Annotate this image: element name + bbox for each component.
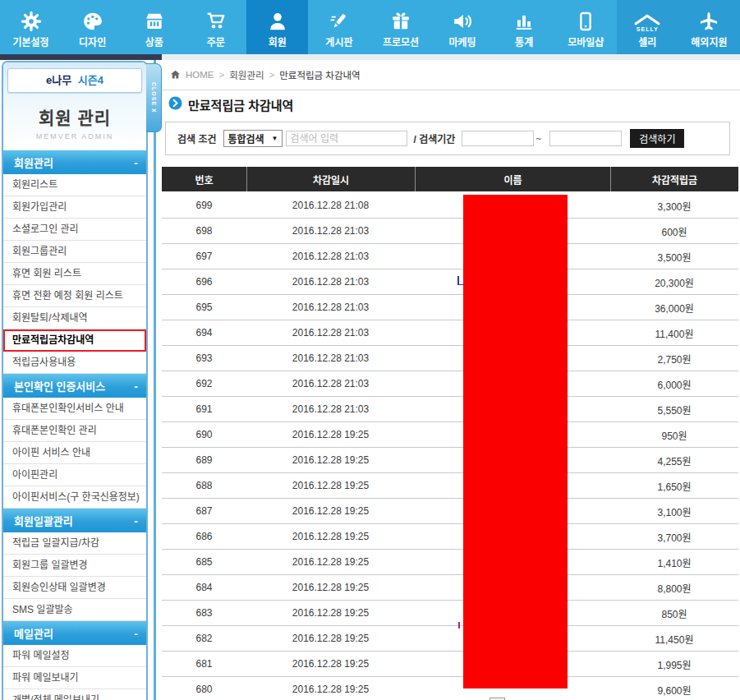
sidebar-menu-entry[interactable]: 휴대폰본인확인 관리: [3, 420, 146, 442]
search-period-end-input[interactable]: [549, 131, 622, 146]
overseas-icon: [698, 11, 719, 32]
cell-amount: 1,995원: [610, 652, 738, 676]
sidebar-menu-entry[interactable]: 메일관리 -: [3, 621, 146, 645]
sidebar-menu-entry[interactable]: 휴면 전환 예정 회원 리스트: [3, 285, 146, 307]
cell-amount: 11,450원: [610, 626, 738, 651]
nav-tab[interactable]: 상품: [123, 0, 185, 54]
sidebar-entry-label: 회원가입관리: [12, 201, 67, 213]
sidebar-menu-entry[interactable]: 회원리스트: [3, 174, 146, 196]
cell-amount: 3,500원: [610, 244, 738, 269]
sidebar-menu-entry[interactable]: 회원일괄관리 -: [3, 509, 146, 532]
member-icon: [267, 11, 288, 32]
cell-date: 2016.12.28 19:25: [246, 448, 415, 472]
nav-tab[interactable]: 기본설정: [0, 0, 62, 54]
sidebar-menu-entry[interactable]: SMS 일괄발송: [3, 599, 146, 621]
nav-tab[interactable]: 회원: [246, 0, 308, 54]
order-icon: [205, 11, 227, 32]
search-period-start-input[interactable]: [462, 131, 534, 146]
sidebar-menu-entry[interactable]: 휴면 회원 리스트: [3, 263, 146, 285]
sidebar-entry-label: 회원그룹관리: [12, 246, 67, 257]
column-header-date: 차감일시: [246, 167, 415, 191]
collapse-toggle-icon[interactable]: -: [134, 156, 138, 169]
table-row: 689 2016.12.28 19:25 4,255원: [162, 448, 738, 473]
sidebar-entry-label: 파워 메일보내기: [12, 672, 79, 684]
sidebar-menu-entry[interactable]: 회원승인상태 일괄변경: [3, 577, 146, 599]
nav-tab[interactable]: 게시판: [308, 0, 370, 54]
sidebar: CLOSE X e나무 시즌4 회원 관리 MEMVER ADMIN 회원관리 …: [0, 60, 162, 700]
breadcrumb-home[interactable]: HOME: [186, 70, 214, 80]
sidebar-menu-entry[interactable]: 적립금사용내용: [3, 352, 146, 374]
collapse-toggle-icon[interactable]: -: [134, 514, 138, 527]
sidebar-menu-entry[interactable]: 회원가입관리: [3, 196, 146, 219]
sidebar-menu-entry[interactable]: 소셜로그인 관리: [3, 219, 146, 241]
cell-no: 680: [162, 677, 246, 700]
sidebar-menu-entry[interactable]: 적립금 일괄지급/차감: [3, 532, 146, 555]
nav-tab[interactable]: 프로모션: [370, 0, 431, 54]
name-column-redaction-overlay: [463, 195, 568, 688]
cell-no: 683: [162, 601, 246, 625]
table-row: 691 2016.12.28 21:03 5,550원: [162, 397, 738, 422]
sidebar-menu-entry[interactable]: 만료적립금차감내역: [3, 329, 146, 352]
sidebar-menu-entry[interactable]: 아이핀서비스(구 한국신용정보): [3, 486, 146, 509]
cell-no: 692: [162, 371, 246, 396]
sidebar-top-strip: [0, 54, 162, 60]
page-title: 만료적립금 차감내역: [188, 96, 293, 113]
cell-date: 2016.12.28 21:03: [246, 244, 415, 269]
nav-tab-label: 프로모션: [383, 35, 419, 48]
search-submit-button[interactable]: 검색하기: [630, 129, 684, 148]
nav-tab[interactable]: 마케팅: [432, 0, 494, 54]
nav-tab[interactable]: 모바일샵: [555, 0, 617, 54]
breadcrumb-separator: >: [219, 70, 225, 80]
nav-tab[interactable]: SELLY 셀리: [617, 0, 678, 54]
sidebar-menu-entry[interactable]: 아이핀관리: [3, 464, 146, 486]
sidebar-entry-label: 아이핀관리: [12, 469, 57, 481]
nav-tab[interactable]: 주문: [185, 0, 246, 54]
sidebar-entry-label: 파워 메일설정: [12, 650, 70, 661]
board-icon: [329, 11, 350, 32]
sidebar-menu-entry[interactable]: 파워 메일설정: [3, 645, 146, 667]
breadcrumb-current: 만료적립금 차감내역: [279, 68, 360, 81]
brand-season: 시즌4: [78, 74, 103, 86]
sidebar-menu-entry[interactable]: 아이핀 서비스 안내: [3, 442, 146, 464]
table-row: 690 2016.12.28 19:25 950원: [162, 422, 738, 448]
cell-no: 697: [162, 244, 246, 269]
search-period-label: / 검색기간: [414, 131, 456, 145]
column-header-amount: 차감적립금: [610, 167, 738, 191]
sidebar-menu-entry[interactable]: 개별/전체 메일보내기: [3, 689, 146, 700]
sidebar-entry-label: 본인확인 인증서비스: [14, 378, 105, 394]
selly-icon: [633, 14, 661, 25]
cell-no: 688: [162, 473, 246, 498]
cell-amount: 6,000원: [610, 371, 738, 396]
sidebar-panel: e나무 시즌4 회원 관리 MEMVER ADMIN 회원관리 - 회원리스트 …: [2, 61, 148, 700]
nav-tab[interactable]: 해외지원: [678, 0, 740, 54]
search-keyword-input[interactable]: [286, 131, 407, 146]
sidebar-menu-entry[interactable]: 본인확인 인증서비스 -: [3, 374, 146, 398]
collapse-toggle-icon[interactable]: -: [134, 627, 138, 640]
sidebar-menu-entry[interactable]: 휴대폰본인확인서비스 안내: [3, 398, 146, 420]
sidebar-entry-label: 회원일괄관리: [14, 513, 73, 528]
search-condition-select[interactable]: 통합검색 ▼: [223, 130, 283, 147]
sidebar-close-tab[interactable]: CLOSE X: [146, 63, 162, 132]
cell-date: 2016.12.28 19:25: [246, 575, 415, 600]
nav-tab[interactable]: 디자인: [62, 0, 123, 54]
sidebar-menu-entry[interactable]: 회원그룹관리: [3, 241, 146, 263]
sidebar-entry-label: 소셜로그인 관리: [12, 223, 79, 235]
range-separator: ~: [535, 133, 541, 145]
nav-tab-label: 모바일샵: [568, 35, 604, 48]
sidebar-entry-label: 회원탈퇴/삭제내역: [12, 312, 88, 324]
sidebar-menu-entry[interactable]: 회원관리 -: [3, 150, 146, 174]
sidebar-menu-entry[interactable]: 회원탈퇴/삭제내역: [3, 307, 146, 329]
sidebar-menu-entry[interactable]: 파워 메일보내기: [3, 667, 146, 689]
sidebar-entry-label: 아이핀서비스(구 한국신용정보): [12, 491, 140, 503]
cell-date: 2016.12.28 19:25: [246, 652, 415, 676]
table-row: 681 2016.12.28 19:25 1,995원: [162, 652, 738, 677]
breadcrumb-section[interactable]: 회원관리: [229, 68, 264, 81]
table-row: 692 2016.12.28 21:03 6,000원: [162, 371, 738, 397]
table-row: 680 2016.12.28 19:25 9,600원: [162, 677, 738, 700]
nav-tab-label: 통계: [515, 35, 533, 48]
cell-amount: 11,400원: [610, 320, 738, 345]
nav-tab[interactable]: 통계: [494, 0, 555, 54]
sidebar-menu-entry[interactable]: 회원그룹 일괄변경: [3, 555, 146, 577]
collapse-toggle-icon[interactable]: -: [134, 380, 138, 393]
main-content: HOME > 회원관리 > 만료적립금 차감내역 만료적립금 차감내역 검색 조…: [162, 60, 740, 700]
